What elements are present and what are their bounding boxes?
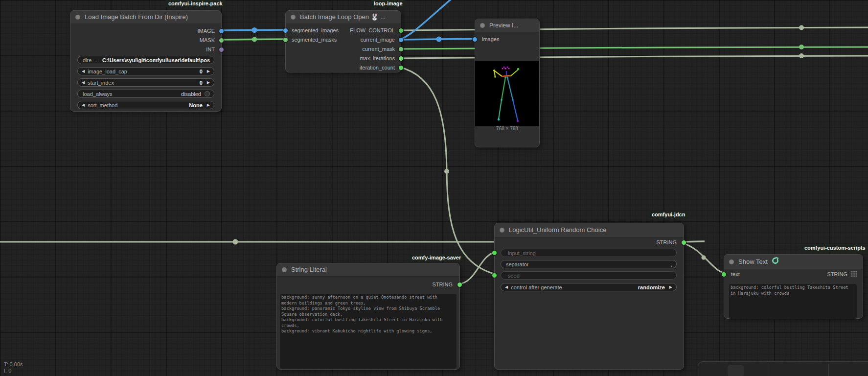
- decrement-arrow-icon[interactable]: ◀: [82, 80, 85, 85]
- divider: [828, 364, 829, 376]
- increment-arrow-icon[interactable]: ▶: [207, 80, 210, 85]
- node-title-bar[interactable]: Preview I...: [475, 19, 539, 32]
- collapse-dot[interactable]: [291, 15, 296, 20]
- node-title-bar[interactable]: String Literal: [277, 263, 459, 277]
- wire-dot: [799, 53, 804, 58]
- node-load-image-batch[interactable]: Load Image Batch From Dir (Inspire) IMAG…: [70, 10, 222, 112]
- node-title: LogicUtil_Uniform Random Choice: [509, 226, 606, 234]
- toggle-icon[interactable]: [205, 91, 210, 96]
- wire-dot: [252, 27, 257, 33]
- node-batch-image-loop[interactable]: Batch Image Loop Open 🐰 ... segmented_im…: [285, 10, 401, 72]
- directory-widget[interactable]: dire ... C:\Users\syui\git\comfyui\user\…: [77, 56, 214, 64]
- execution-status: T: 0.00s I: 0: [4, 361, 23, 374]
- node-title-bar[interactable]: Load Image Batch From Dir (Inspire): [70, 11, 221, 24]
- widget-label: image_load_cap: [88, 69, 127, 74]
- collapse-dot[interactable]: [282, 267, 287, 272]
- input-segmented-images-slot[interactable]: [283, 28, 288, 33]
- image-size-caption: 768 × 768: [475, 126, 539, 131]
- node-title-bar[interactable]: Batch Image Loop Open 🐰 ...: [286, 11, 401, 24]
- widget-value: ,: [668, 261, 672, 267]
- output-string-slot[interactable]: [682, 240, 686, 245]
- status-iterations: I: 0: [4, 368, 23, 374]
- output-int-label: INT: [206, 46, 215, 53]
- wire-current-mask: [399, 47, 868, 49]
- pack-badge: comfyui-inspire-pack: [165, 0, 226, 7]
- node-preview-image[interactable]: Preview I... images: [475, 19, 540, 147]
- string-literal-textarea[interactable]: background: sunny afternoon on a quiet O…: [280, 294, 457, 369]
- collapse-dot[interactable]: [75, 15, 80, 20]
- input-string-widget[interactable]: input_string: [501, 249, 677, 257]
- input-input-string-slot[interactable]: [492, 251, 497, 255]
- collapse-dot[interactable]: [480, 23, 485, 28]
- show-text-textarea[interactable]: background: colorful bustling Takeshita …: [729, 284, 857, 319]
- input-label: segmented_images: [292, 26, 339, 34]
- output-string-label: STRING: [432, 281, 453, 288]
- node-title: Preview I...: [489, 22, 518, 29]
- decrement-arrow-icon[interactable]: ◀: [82, 103, 85, 107]
- widget-label: control after generate: [511, 284, 562, 290]
- widget-value: None: [186, 102, 203, 108]
- output-image-label: IMAGE: [198, 27, 215, 35]
- node-title-bar[interactable]: Show Text: [724, 255, 863, 269]
- output-iteration-count-slot[interactable]: [399, 66, 403, 70]
- seed-widget[interactable]: seed: [501, 271, 677, 280]
- widget-value: randomize: [635, 284, 665, 290]
- pack-badge: comfyui-custom-scripts: [801, 244, 868, 252]
- peek-widget-pill[interactable]: [728, 365, 744, 376]
- load-always-widget[interactable]: load_always disabled: [77, 90, 214, 98]
- start-index-widget[interactable]: ◀ start_index 0 ▶: [77, 78, 214, 87]
- image-load-cap-widget[interactable]: ◀ image_load_cap 0 ▶: [77, 67, 214, 75]
- widget-label: separator: [506, 261, 528, 267]
- widget-label: input_string: [508, 250, 536, 256]
- increment-arrow-icon[interactable]: ▶: [207, 103, 210, 107]
- input-segmented-masks-slot[interactable]: [283, 38, 288, 42]
- pack-badge: loop-image: [370, 0, 406, 7]
- separator-widget[interactable]: separator ,: [501, 260, 677, 268]
- decrement-arrow-icon[interactable]: ◀: [82, 69, 85, 73]
- grid-handle-icon[interactable]: [851, 271, 857, 277]
- output-mask-slot[interactable]: [219, 38, 224, 43]
- widget-label: sort_method: [88, 102, 117, 108]
- output-string-text: STRING: [827, 271, 847, 277]
- node-logic-random-choice[interactable]: LogicUtil_Uniform Random Choice STRING i…: [494, 223, 684, 370]
- decrement-arrow-icon[interactable]: ◀: [505, 285, 508, 289]
- output-current-mask-label: current_mask: [362, 45, 395, 53]
- output-flow-control-label: FLOW_CONTROL: [350, 26, 395, 34]
- control-after-generate-widget[interactable]: ◀ control after generate randomize ▶: [501, 283, 677, 291]
- node-title: Load Image Batch From Dir (Inspire): [85, 13, 188, 21]
- widget-label: seed: [508, 273, 520, 279]
- output-string-label: STRING: [656, 238, 677, 246]
- output-string-slot[interactable]: [457, 282, 462, 287]
- widget-label: dire: [83, 57, 91, 63]
- node-string-literal[interactable]: String Literal STRING background: sunny …: [276, 263, 460, 370]
- sort-method-widget[interactable]: ◀ sort_method None ▶: [77, 101, 214, 109]
- input-text-slot[interactable]: [722, 272, 726, 277]
- output-max-iterations-slot[interactable]: [399, 56, 403, 61]
- node-graph-canvas[interactable]: Load Image Batch From Dir (Inspire) IMAG…: [0, 0, 868, 376]
- divider: [768, 364, 768, 376]
- collapse-dot[interactable]: [729, 259, 734, 264]
- wire-dot: [444, 169, 449, 174]
- collapse-dot[interactable]: [500, 228, 504, 233]
- output-flow-control-slot[interactable]: [399, 28, 403, 33]
- wire-dot: [233, 239, 238, 245]
- widget-ellipsis: ...: [94, 57, 99, 63]
- input-seed-slot[interactable]: [492, 273, 497, 278]
- widget-label: start_index: [88, 80, 114, 86]
- output-int-slot[interactable]: [219, 47, 224, 52]
- node-title-bar[interactable]: LogicUtil_Uniform Random Choice: [495, 223, 684, 237]
- output-current-mask-slot[interactable]: [399, 47, 403, 51]
- widget-label: load_always: [83, 91, 113, 97]
- increment-arrow-icon[interactable]: ▶: [207, 69, 210, 73]
- output-image-slot[interactable]: [219, 29, 224, 33]
- wire-max-iterations: [399, 56, 868, 58]
- node-show-text[interactable]: Show Text text STRING background: colorf…: [724, 254, 863, 319]
- input-label: images: [482, 35, 499, 43]
- output-current-image-slot[interactable]: [399, 38, 403, 42]
- wire-dot: [436, 37, 442, 42]
- wire-dot: [799, 45, 804, 49]
- pack-badge: comfy-image-saver: [409, 254, 464, 261]
- partially-visible-node[interactable]: [698, 361, 868, 376]
- input-images-slot[interactable]: [473, 37, 477, 42]
- increment-arrow-icon[interactable]: ▶: [669, 285, 672, 289]
